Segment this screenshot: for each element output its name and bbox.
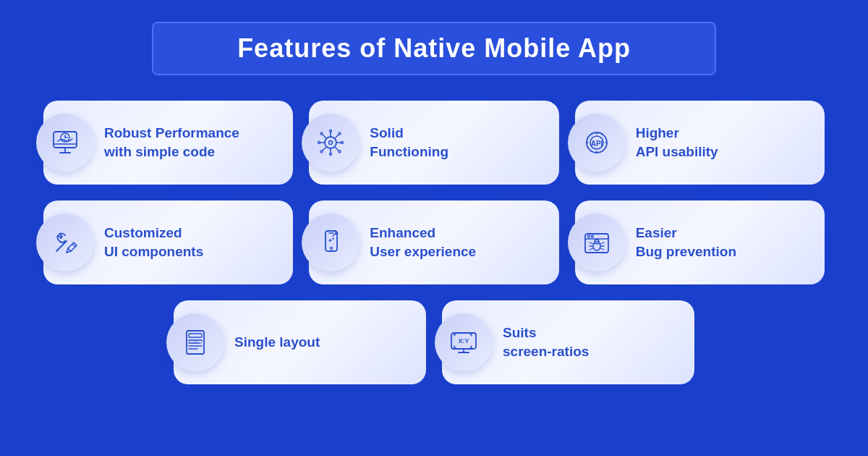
- feature-text-easier-bug: EasierBug prevention: [636, 224, 736, 261]
- feature-text-enhanced-ux: EnhancedUser experience: [370, 224, 476, 261]
- title-box: Features of Native Mobile App: [152, 22, 716, 75]
- svg-line-22: [323, 135, 326, 138]
- svg-line-26: [336, 135, 339, 138]
- monitor-icon: [51, 128, 80, 157]
- svg-text:API: API: [590, 140, 603, 148]
- icon-circle-monitor: [36, 114, 94, 172]
- svg-line-43: [333, 234, 336, 236]
- svg-point-15: [330, 130, 332, 132]
- screen-ratios-icon: X:Y: [449, 328, 478, 357]
- svg-point-52: [591, 235, 593, 237]
- svg-point-51: [587, 235, 590, 237]
- feature-card-enhanced-ux: ✦ ✦ EnhancedUser experience: [309, 200, 558, 284]
- features-grid-row2: CustomizedUI components ✦ ✦ EnhancedUs: [43, 200, 825, 284]
- feature-text-single-layout: Single layout: [234, 333, 320, 352]
- svg-line-57: [590, 248, 593, 250]
- feature-card-robust-performance: Robust Performancewith simple code: [43, 101, 293, 185]
- svg-line-58: [600, 242, 604, 244]
- tools-icon: [51, 228, 80, 257]
- icon-circle-virus: [302, 114, 359, 172]
- svg-line-55: [590, 242, 593, 244]
- svg-line-60: [600, 248, 604, 250]
- page-title: Features of Native Mobile App: [197, 33, 671, 64]
- virus-icon: [316, 128, 345, 157]
- svg-point-41: [331, 248, 333, 250]
- feature-card-customized-ui: CustomizedUI components: [43, 200, 293, 284]
- bug-icon: [582, 228, 611, 257]
- svg-point-27: [339, 132, 341, 135]
- svg-text:✦: ✦: [331, 237, 335, 241]
- svg-point-21: [341, 142, 344, 144]
- svg-point-29: [320, 151, 323, 153]
- phone-icon: ✦ ✦: [316, 228, 345, 257]
- icon-circle-phone: ✦ ✦: [302, 214, 359, 271]
- svg-point-53: [593, 242, 600, 250]
- icon-circle-bug: [568, 214, 626, 271]
- feature-card-solid-functioning: SolidFunctioning: [309, 101, 558, 185]
- icon-circle-screen: X:Y: [435, 313, 493, 371]
- svg-rect-49: [585, 234, 608, 253]
- feature-text-screen-ratios: Suitsscreen-ratios: [503, 324, 589, 360]
- feature-card-single-layout: Single layout: [174, 300, 426, 384]
- feature-card-screen-ratios: X:Y Suitsscreen-ratios: [442, 300, 694, 384]
- feature-text-solid-functioning: SolidFunctioning: [370, 124, 448, 161]
- svg-text:X:Y: X:Y: [458, 337, 469, 345]
- features-grid-row1: Robust Performancewith simple code: [43, 101, 825, 185]
- svg-rect-62: [189, 334, 202, 337]
- feature-card-higher-api: API HigherAPI usability: [575, 101, 825, 185]
- features-bottom-row: Single layout X:Y Suitsscreen-ratios: [43, 300, 825, 384]
- api-icon: API: [582, 128, 611, 157]
- feature-card-easier-bug: EasierBug prevention: [575, 200, 825, 284]
- svg-point-13: [329, 141, 333, 145]
- feature-text-customized-ui: CustomizedUI components: [104, 224, 203, 261]
- icon-circle-layout: [166, 313, 224, 371]
- svg-rect-5: [54, 132, 77, 148]
- svg-point-17: [330, 153, 332, 156]
- svg-line-24: [336, 148, 339, 151]
- layout-icon: [181, 328, 210, 357]
- svg-point-25: [339, 151, 341, 153]
- svg-point-12: [325, 137, 336, 148]
- feature-text-robust-performance: Robust Performancewith simple code: [104, 124, 239, 161]
- icon-circle-api: API: [568, 114, 626, 172]
- icon-circle-tools: [36, 214, 94, 271]
- feature-text-higher-api: HigherAPI usability: [636, 124, 718, 161]
- svg-line-28: [323, 148, 326, 151]
- svg-point-23: [320, 132, 323, 135]
- svg-point-19: [318, 142, 320, 144]
- svg-line-39: [72, 244, 75, 247]
